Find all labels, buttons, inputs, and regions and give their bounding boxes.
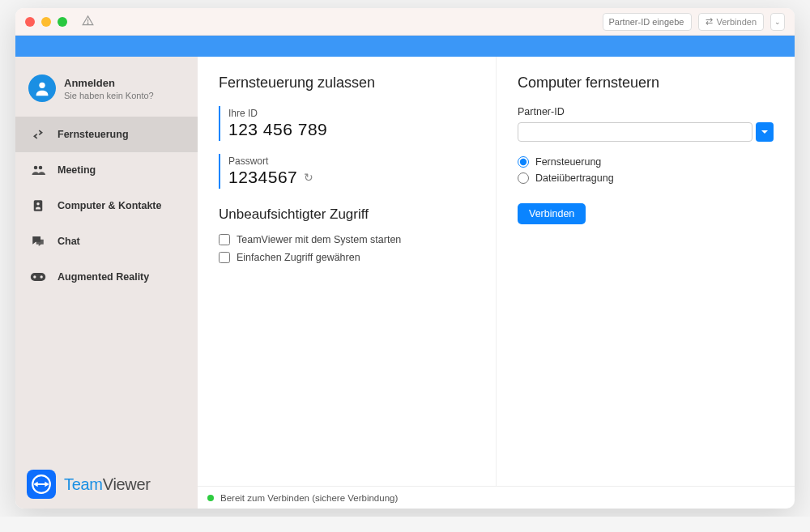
panel-allow-remote: Fernsteuerung zulassen Ihre ID 123 456 7… — [198, 57, 496, 486]
radio-file-transfer-input[interactable] — [518, 172, 529, 184]
nav-contacts[interactable]: Computer & Kontakte — [15, 188, 198, 223]
your-id-block: Ihre ID 123 456 789 — [219, 106, 475, 141]
partner-id-input[interactable] — [518, 122, 752, 142]
control-heading: Computer fernsteuern — [518, 74, 774, 92]
nav-label: Computer & Kontakte — [58, 200, 161, 211]
account-section[interactable]: Anmelden Sie haben kein Konto? — [15, 57, 198, 117]
password-value[interactable]: 1234567 — [228, 168, 297, 187]
svg-rect-5 — [34, 200, 43, 211]
svg-point-9 — [40, 275, 43, 278]
panel-control-remote: Computer fernsteuern Partner-ID Fernsteu… — [496, 57, 795, 486]
password-label: Passwort — [228, 155, 475, 167]
brand-text: TeamViewer — [64, 475, 151, 494]
password-block: Passwort 1234567 ↻ — [219, 154, 475, 189]
nav-label: Chat — [58, 236, 80, 247]
close-window-button[interactable] — [25, 17, 35, 27]
app-window: ⇄ Verbinden ⌄ Anmelden Sie haben kein Ko… — [15, 8, 795, 509]
nav-label: Meeting — [58, 164, 96, 176]
checkbox-easy-access[interactable] — [219, 252, 230, 263]
radio-file-transfer[interactable]: Dateiübertragung — [518, 172, 774, 184]
svg-point-2 — [39, 83, 45, 88]
people-icon — [30, 162, 46, 178]
swap-icon: ⇄ — [706, 16, 713, 27]
your-id-label: Ihre ID — [228, 108, 475, 119]
nav-chat[interactable]: Chat — [15, 223, 198, 259]
svg-point-8 — [33, 275, 36, 278]
vr-headset-icon — [30, 269, 46, 285]
partner-id-dropdown[interactable] — [756, 122, 774, 142]
warning-icon — [82, 15, 94, 29]
your-id-value[interactable]: 123 456 789 — [228, 120, 475, 139]
traffic-lights — [25, 17, 67, 27]
login-label: Anmelden — [64, 77, 154, 89]
nav-label: Augmented Reality — [58, 271, 149, 283]
svg-point-1 — [87, 23, 88, 23]
panels: Fernsteuerung zulassen Ihre ID 123 456 7… — [198, 57, 795, 486]
titlebar: ⇄ Verbinden ⌄ — [15, 8, 795, 36]
body: Anmelden Sie haben kein Konto? Fernsteue… — [15, 57, 795, 509]
sidebar: Anmelden Sie haben kein Konto? Fernsteue… — [15, 57, 198, 509]
brand: TeamViewer — [15, 460, 198, 509]
status-text: Bereit zum Verbinden (sichere Verbindung… — [220, 493, 398, 503]
login-subtitle: Sie haben kein Konto? — [64, 91, 154, 100]
main: Fernsteuerung zulassen Ihre ID 123 456 7… — [198, 57, 795, 509]
minimize-window-button[interactable] — [41, 17, 51, 27]
nav-augmented-reality[interactable]: Augmented Reality — [15, 259, 198, 295]
swap-arrows-icon — [30, 126, 46, 143]
svg-point-6 — [36, 202, 39, 205]
nav: Fernsteuerung Meeting Computer & Kontakt… — [15, 117, 198, 295]
checkbox-start-with-system[interactable] — [219, 234, 230, 245]
unattended-heading: Unbeaufsichtigter Zugriff — [219, 206, 475, 223]
nav-remote-control[interactable]: Fernsteuerung — [15, 117, 198, 152]
check-label: Einfachen Zugriff gewähren — [237, 252, 360, 263]
quick-connect-label: Verbinden — [716, 17, 757, 27]
avatar-icon — [28, 74, 56, 102]
radio-label: Dateiübertragung — [535, 172, 614, 184]
quick-partner-id-input[interactable] — [603, 13, 692, 31]
connect-button[interactable]: Verbinden — [518, 203, 586, 224]
teamviewer-logo-icon — [27, 470, 56, 499]
check-label: TeamViewer mit dem System starten — [237, 234, 401, 245]
address-book-icon — [30, 198, 46, 214]
check-start-with-system[interactable]: TeamViewer mit dem System starten — [219, 234, 475, 245]
radio-label: Fernsteuerung — [535, 156, 601, 168]
nav-meeting[interactable]: Meeting — [15, 152, 198, 188]
quick-connect-dropdown[interactable]: ⌄ — [770, 13, 785, 31]
svg-rect-7 — [31, 273, 45, 281]
toolbar-strip — [15, 36, 795, 57]
maximize-window-button[interactable] — [58, 17, 67, 27]
nav-label: Fernsteuerung — [58, 129, 129, 140]
quick-connect-button[interactable]: ⇄ Verbinden — [698, 13, 764, 31]
radio-remote-control-input[interactable] — [518, 156, 529, 168]
allow-heading: Fernsteuerung zulassen — [219, 74, 475, 92]
status-bar: Bereit zum Verbinden (sichere Verbindung… — [198, 486, 795, 509]
radio-remote-control[interactable]: Fernsteuerung — [518, 156, 774, 168]
svg-point-4 — [39, 166, 43, 170]
svg-point-3 — [34, 166, 38, 170]
check-easy-access[interactable]: Einfachen Zugriff gewähren — [219, 252, 475, 263]
status-indicator-icon — [207, 495, 214, 501]
chat-icon — [30, 233, 46, 249]
refresh-password-icon[interactable]: ↻ — [304, 171, 314, 184]
partner-id-label: Partner-ID — [518, 106, 774, 117]
